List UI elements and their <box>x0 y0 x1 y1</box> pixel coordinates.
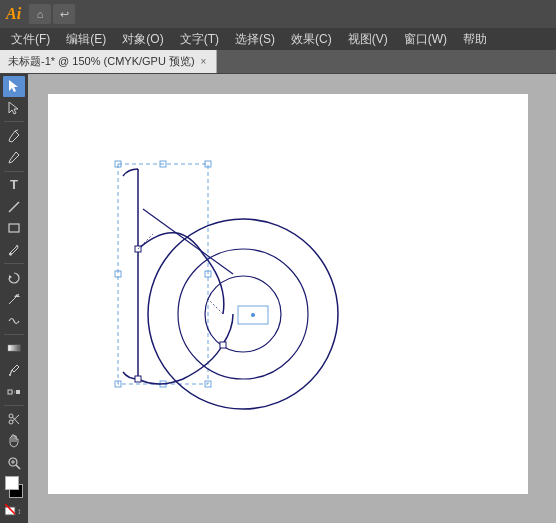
anchor-2[interactable] <box>135 376 141 382</box>
menu-text[interactable]: 文字(T) <box>173 29 226 50</box>
svg-line-2 <box>15 130 18 131</box>
line-tool[interactable] <box>3 196 25 217</box>
svg-marker-0 <box>9 80 18 92</box>
svg-marker-6 <box>9 275 12 279</box>
scissors-tool[interactable] <box>3 409 25 430</box>
center-point <box>251 313 255 317</box>
eyedropper-tool[interactable] <box>3 360 25 381</box>
svg-point-5 <box>9 252 12 255</box>
hand-tool[interactable] <box>3 431 25 452</box>
bowl-lower-curve <box>138 314 233 384</box>
document-tab[interactable]: 未标题-1* @ 150% (CMYK/GPU 预览) × <box>0 50 217 73</box>
svg-text:↕: ↕ <box>17 507 21 516</box>
inner-circle <box>205 276 281 352</box>
main-area: T <box>0 74 556 523</box>
back-icon[interactable]: ↩ <box>53 4 75 24</box>
scale-tool[interactable] <box>3 289 25 310</box>
menu-help[interactable]: 帮助 <box>456 29 494 50</box>
direct-selection-tool[interactable] <box>3 98 25 119</box>
menu-file[interactable]: 文件(F) <box>4 29 57 50</box>
artwork-svg <box>48 94 528 494</box>
diagonal-line <box>143 209 233 274</box>
warp-tool[interactable] <box>3 311 25 332</box>
tab-label: 未标题-1* @ 150% (CMYK/GPU 预览) <box>8 54 195 69</box>
anchor-3[interactable] <box>220 342 226 348</box>
toolbar-separator-5 <box>4 405 24 406</box>
pencil-tool[interactable] <box>3 147 25 168</box>
toolbar: T <box>0 74 28 523</box>
handle-line-2 <box>208 299 223 314</box>
rectangle-tool[interactable] <box>3 218 25 239</box>
pen-tool[interactable] <box>3 125 25 146</box>
app-logo: Ai <box>6 5 21 23</box>
menu-view[interactable]: 视图(V) <box>341 29 395 50</box>
blend-tool[interactable] <box>3 381 25 402</box>
tabbar: 未标题-1* @ 150% (CMYK/GPU 预览) × <box>0 50 556 74</box>
stem-top-arc <box>123 169 138 176</box>
titlebar-icons: ⌂ ↩ <box>29 4 75 24</box>
svg-line-20 <box>16 465 20 469</box>
outer-circle <box>148 219 338 409</box>
svg-rect-12 <box>8 390 12 394</box>
canvas-area[interactable] <box>28 74 556 523</box>
swap-colors-icon[interactable]: ↕ <box>4 503 24 519</box>
middle-circle <box>178 249 308 379</box>
tab-close-button[interactable]: × <box>199 56 209 67</box>
menu-edit[interactable]: 编辑(E) <box>59 29 113 50</box>
svg-rect-9 <box>8 345 20 351</box>
svg-line-3 <box>9 202 19 212</box>
toolbar-separator-4 <box>4 334 24 335</box>
svg-point-11 <box>9 374 11 376</box>
type-tool[interactable]: T <box>3 175 25 196</box>
svg-rect-13 <box>16 390 20 394</box>
home-icon[interactable]: ⌂ <box>29 4 51 24</box>
svg-marker-1 <box>9 102 18 114</box>
bounding-box <box>118 164 208 384</box>
menubar: 文件(F) 编辑(E) 对象(O) 文字(T) 选择(S) 效果(C) 视图(V… <box>0 28 556 50</box>
canvas-workspace <box>48 94 528 494</box>
zoom-tool[interactable] <box>3 452 25 473</box>
menu-object[interactable]: 对象(O) <box>115 29 170 50</box>
toolbar-separator-3 <box>4 263 24 264</box>
toolbar-separator-1 <box>4 121 24 122</box>
titlebar: Ai ⌂ ↩ <box>0 0 556 28</box>
svg-rect-4 <box>9 224 19 232</box>
rotate-tool[interactable] <box>3 267 25 288</box>
selection-tool[interactable] <box>3 76 25 97</box>
menu-select[interactable]: 选择(S) <box>228 29 282 50</box>
gradient-tool[interactable] <box>3 338 25 359</box>
brush-tool[interactable] <box>3 240 25 261</box>
color-swatches[interactable] <box>3 476 25 498</box>
menu-effect[interactable]: 效果(C) <box>284 29 339 50</box>
menu-window[interactable]: 窗口(W) <box>397 29 454 50</box>
toolbar-separator-2 <box>4 171 24 172</box>
